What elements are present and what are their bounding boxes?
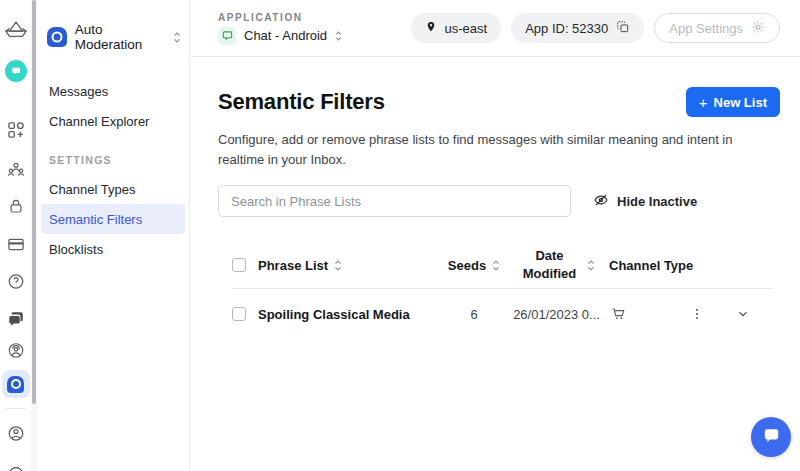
lock-icon[interactable] bbox=[7, 197, 25, 215]
chat-product-icon bbox=[218, 27, 236, 45]
sidebar-nav: Messages Channel Explorer bbox=[37, 76, 189, 136]
main-panel: Semantic Filters + New List Configure, a… bbox=[190, 57, 800, 471]
select-all-checkbox[interactable] bbox=[232, 258, 246, 272]
header-seeds[interactable]: Seeds bbox=[444, 258, 504, 273]
new-list-button[interactable]: + New List bbox=[686, 87, 780, 117]
table-header-row: Phrase List Seeds Date Modified bbox=[232, 242, 773, 289]
billing-card-icon[interactable] bbox=[6, 235, 25, 254]
users-icon[interactable] bbox=[6, 159, 26, 179]
clipped-rail-icon[interactable] bbox=[7, 464, 24, 471]
sidebar-item-blocklists[interactable]: Blocklists bbox=[41, 234, 185, 264]
kebab-menu-icon[interactable] bbox=[681, 307, 713, 321]
phrase-list-table: Phrase List Seeds Date Modified bbox=[232, 242, 773, 339]
application-block: APPLICATION Chat - Android bbox=[218, 12, 342, 45]
app-window: Auto Moderation Messages Channel Explore… bbox=[0, 0, 800, 471]
region-label: us-east bbox=[445, 21, 488, 36]
header-phrase-list-label: Phrase List bbox=[258, 258, 328, 273]
row-phrase-list-name[interactable]: Spoiling Classical Media bbox=[258, 307, 444, 322]
icon-rail bbox=[0, 0, 31, 471]
auto-moderation-icon bbox=[47, 27, 67, 47]
sidebar-item-channel-explorer[interactable]: Channel Explorer bbox=[41, 106, 185, 136]
topbar: APPLICATION Chat - Android bbox=[190, 0, 800, 57]
sort-icon bbox=[492, 259, 500, 272]
sort-icon bbox=[334, 259, 342, 272]
chat-launcher-button[interactable] bbox=[751, 417, 791, 457]
app-settings-button[interactable]: App Settings bbox=[654, 13, 780, 43]
sidebar-title: Auto Moderation bbox=[75, 22, 173, 52]
support-agent-icon[interactable] bbox=[6, 341, 25, 360]
row-date-modified: 26/01/2023 0... bbox=[504, 307, 609, 322]
chat-bubble-icon bbox=[762, 426, 781, 448]
header-channel-type-label: Channel Type bbox=[609, 258, 693, 273]
sort-icon bbox=[587, 259, 595, 272]
sidebar-item-messages[interactable]: Messages bbox=[41, 76, 185, 106]
app-id-pill[interactable]: App ID: 52330 bbox=[511, 13, 644, 43]
sidebar-settings-heading: SETTINGS bbox=[37, 154, 189, 166]
content-area: APPLICATION Chat - Android bbox=[190, 0, 800, 471]
select-all-cell bbox=[232, 258, 258, 272]
eye-off-icon bbox=[593, 192, 609, 211]
sidebar: Auto Moderation Messages Channel Explore… bbox=[37, 0, 190, 471]
rail-divider bbox=[6, 408, 25, 409]
plus-icon: + bbox=[699, 94, 708, 111]
controls-row: Hide Inactive bbox=[218, 185, 780, 217]
robot-icon bbox=[7, 376, 24, 393]
row-seeds: 6 bbox=[444, 307, 504, 322]
topbar-right: us-east App ID: 52330 App Settings bbox=[411, 13, 780, 43]
application-switcher[interactable]: Chat - Android bbox=[218, 27, 342, 45]
app-select-caret-icon bbox=[335, 30, 342, 42]
workspace-avatar[interactable] bbox=[5, 60, 27, 82]
app-settings-label: App Settings bbox=[669, 21, 743, 36]
page-title: Semantic Filters bbox=[218, 89, 385, 115]
profile-icon[interactable] bbox=[6, 424, 25, 443]
region-pill[interactable]: us-east bbox=[411, 13, 502, 43]
sidebar-settings-nav: Channel Types Semantic Filters Blocklist… bbox=[37, 174, 189, 264]
header-seeds-label: Seeds bbox=[448, 258, 486, 273]
new-list-label: New List bbox=[714, 95, 767, 110]
help-icon[interactable] bbox=[6, 272, 25, 291]
title-row: Semantic Filters + New List bbox=[218, 87, 780, 117]
application-label: APPLICATION bbox=[218, 12, 342, 23]
cart-icon bbox=[609, 306, 681, 322]
copy-icon bbox=[616, 20, 630, 37]
chevron-down-icon[interactable] bbox=[713, 307, 773, 321]
header-phrase-list[interactable]: Phrase List bbox=[258, 258, 444, 273]
application-name: Chat - Android bbox=[244, 28, 327, 43]
row-select-cell bbox=[232, 307, 258, 321]
apps-add-icon[interactable] bbox=[6, 120, 26, 140]
rail-scrollbar-track bbox=[31, 0, 37, 471]
table-row: Spoiling Classical Media 6 26/01/2023 0.… bbox=[232, 289, 773, 339]
header-channel-type: Channel Type bbox=[609, 258, 681, 273]
sidebar-item-semantic-filters[interactable]: Semantic Filters bbox=[41, 204, 185, 234]
header-date-modified-label: Date Modified bbox=[519, 247, 581, 282]
search-input[interactable] bbox=[218, 185, 571, 217]
header-date-modified[interactable]: Date Modified bbox=[504, 247, 609, 282]
sidebar-header[interactable]: Auto Moderation bbox=[37, 0, 189, 52]
app-id-label: App ID: 52330 bbox=[525, 21, 608, 36]
sidebar-item-channel-types[interactable]: Channel Types bbox=[41, 174, 185, 204]
chats-icon[interactable] bbox=[7, 310, 25, 328]
paper-boat-logo-icon[interactable] bbox=[3, 18, 29, 40]
workspace-avatar-badge bbox=[5, 60, 27, 82]
rail-scrollbar-thumb[interactable] bbox=[32, 0, 36, 404]
gear-icon bbox=[751, 20, 765, 37]
page-description: Configure, add or remove phrase lists to… bbox=[218, 130, 780, 169]
active-pill bbox=[2, 370, 30, 398]
row-checkbox[interactable] bbox=[232, 307, 246, 321]
hide-inactive-toggle[interactable]: Hide Inactive bbox=[593, 192, 697, 211]
hide-inactive-label: Hide Inactive bbox=[617, 194, 697, 209]
select-caret-icon[interactable] bbox=[173, 31, 181, 44]
location-pin-icon bbox=[425, 20, 437, 37]
auto-moderation-rail-item[interactable] bbox=[2, 370, 30, 398]
